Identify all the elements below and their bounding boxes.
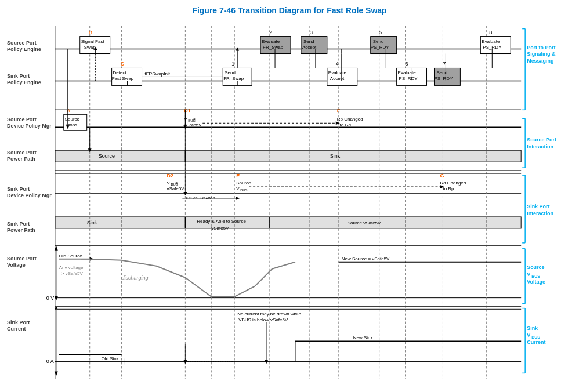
svg-text:PS_RDY: PS_RDY [399,76,418,81]
svg-text:Current: Current [7,326,26,332]
svg-text:Sink: Sink [330,153,341,159]
svg-text:Power Path: Power Path [7,227,35,233]
svg-text:Source: Source [99,153,115,159]
svg-text:Old Source: Old Source [59,253,82,259]
svg-text:V: V [236,186,240,191]
svg-text:Sink: Sink [87,220,97,226]
svg-text:5: 5 [379,30,382,35]
svg-text:Signal Fast: Signal Fast [81,39,105,44]
svg-text:Evaluate: Evaluate [398,70,417,75]
svg-text:Signaling &: Signaling & [527,52,556,57]
svg-text:Rp Changed: Rp Changed [337,117,363,122]
svg-text:Sink Port: Sink Port [527,204,549,209]
svg-text:3: 3 [310,30,313,35]
svg-text:Detect: Detect [113,70,127,75]
svg-text:<: < [175,180,178,186]
svg-text:VBUS is below vSafe5V: VBUS is below vSafe5V [238,317,288,322]
svg-text:tFRSwapInit: tFRSwapInit [145,71,171,77]
svg-text:Source: Source [65,117,80,122]
svg-text:Ready & Able to Source: Ready & Able to Source [197,219,246,224]
svg-text:Source: Source [236,180,251,186]
svg-text:V: V [527,271,530,277]
svg-text:0 A: 0 A [46,358,54,364]
svg-text:No current may be drawn while: No current may be drawn while [237,311,301,317]
svg-rect-51 [55,217,521,228]
svg-text:Source Port: Source Port [7,150,37,155]
svg-text:FR_Swap: FR_Swap [263,45,284,50]
svg-text:C: C [121,61,125,67]
diagram-area: Port to Port Signaling & Messaging Sourc… [6,20,573,379]
svg-text:PS_RDY: PS_RDY [483,45,502,50]
svg-text:PS_RDY: PS_RDY [371,45,390,50]
svg-text:Sink: Sink [527,325,538,331]
svg-text:Old Sink: Old Sink [102,356,119,361]
svg-text:8: 8 [489,30,492,35]
svg-text:discharging: discharging [122,275,149,281]
svg-text:> vSafe5V: > vSafe5V [61,271,84,276]
svg-text:Policy Engine: Policy Engine [7,46,41,52]
svg-text:< tSrcFRSwap: < tSrcFRSwap [185,195,215,201]
svg-text:vSafe5V: vSafe5V [167,186,184,191]
svg-text:Source Port: Source Port [7,256,37,262]
page-title: Figure 7-46 Transition Diagram for Fast … [6,6,573,15]
svg-rect-49 [55,150,521,162]
svg-text:BUS: BUS [531,274,540,278]
svg-text:Policy Engine: Policy Engine [7,79,41,85]
svg-text:6: 6 [406,61,408,67]
svg-text:B: B [89,30,93,35]
svg-text:0 V: 0 V [46,295,54,301]
svg-text:Sink Port: Sink Port [7,320,30,325]
svg-marker-135 [236,197,240,200]
svg-text:2: 2 [269,30,272,35]
svg-text:New Source = vSafe5V: New Source = vSafe5V [342,256,390,262]
svg-text:Power Path: Power Path [7,156,35,162]
svg-text:V: V [167,180,170,186]
svg-text:4: 4 [336,61,339,67]
svg-text:Messaging: Messaging [527,58,553,64]
svg-text:Sink Port: Sink Port [7,73,30,79]
svg-text:Evaluate: Evaluate [482,39,500,44]
svg-text:PS_RDY: PS_RDY [434,76,453,81]
svg-text:<: < [193,117,196,122]
svg-text:Send: Send [373,39,384,44]
svg-text:Current: Current [527,339,545,345]
svg-text:7: 7 [443,61,446,67]
svg-text:Sink Port: Sink Port [7,221,30,227]
svg-text:Accept: Accept [330,76,345,81]
svg-text:1: 1 [231,61,234,67]
svg-text:Interaction: Interaction [527,144,553,150]
svg-text:Voltage: Voltage [7,262,26,268]
svg-text:to Rp: to Rp [443,186,454,191]
svg-text:Evaluate: Evaluate [262,39,280,44]
svg-text:A: A [67,108,71,114]
svg-text:Accept: Accept [302,45,317,50]
svg-text:to Rd: to Rd [340,122,351,128]
svg-text:FR_Swap: FR_Swap [223,76,244,81]
svg-text:vSafe5V: vSafe5V [211,226,229,231]
svg-text:Any voltage: Any voltage [59,265,84,270]
svg-text:Device Policy Mgr: Device Policy Mgr [7,123,52,129]
svg-text:BUS: BUS [240,188,247,192]
svg-text:Rd Changed: Rd Changed [440,180,466,186]
svg-text:Send: Send [225,70,236,75]
svg-text:vSafe5V: vSafe5V [184,122,202,128]
svg-text:Swap: Swap [84,45,96,50]
svg-text:Source Port: Source Port [7,117,37,122]
svg-text:Interaction: Interaction [527,210,553,216]
svg-text:Voltage: Voltage [527,279,545,285]
svg-text:Port to Port: Port to Port [527,45,555,50]
svg-text:Send: Send [303,39,314,44]
svg-text:V: V [527,332,530,338]
svg-text:Source Port: Source Port [7,40,37,46]
svg-text:BUS: BUS [531,335,540,339]
svg-text:Device Policy Mgr: Device Policy Mgr [7,193,52,198]
svg-text:Sink Port: Sink Port [7,186,30,192]
svg-text:Fast Swap: Fast Swap [112,76,134,81]
svg-text:Source: Source [527,264,544,270]
svg-text:F: F [337,108,341,114]
svg-text:Source Port: Source Port [527,137,556,143]
svg-text:New Sink: New Sink [353,336,373,341]
diagram-svg: Port to Port Signaling & Messaging Sourc… [6,20,573,379]
svg-text:Source vSafe5V: Source vSafe5V [348,220,381,226]
page-container: Figure 7-46 Transition Diagram for Fast … [0,0,579,392]
